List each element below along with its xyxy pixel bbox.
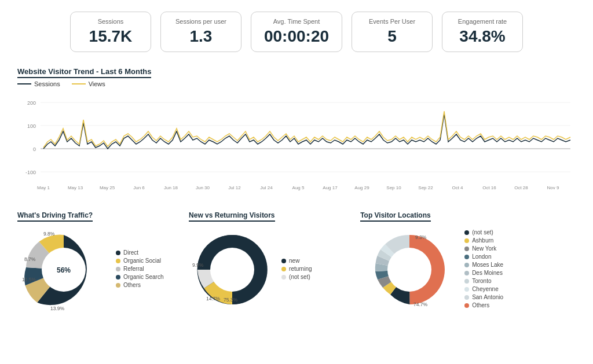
legend-desmoines: Des Moines <box>464 270 503 276</box>
kpi-events: Events Per User 5 <box>352 12 433 52</box>
svg-text:Sep 22: Sep 22 <box>418 185 433 190</box>
ashburn-label: Ashburn <box>472 237 493 244</box>
london-label: London <box>472 253 491 260</box>
referral-label: Referral <box>123 266 144 272</box>
svg-text:Jul 12: Jul 12 <box>228 185 241 190</box>
svg-text:Aug 17: Aug 17 <box>323 185 338 190</box>
kpi-sessions-per-user: Sessions per user 1.3 <box>160 12 241 52</box>
visitors-legend: new returning (not set) <box>281 258 312 282</box>
orgsearch-label: Organic Search <box>123 274 163 280</box>
visitors-label-new-bottom: 75.3% <box>224 297 238 303</box>
sessions-polyline <box>43 114 570 149</box>
newyork-dot <box>464 247 469 251</box>
svg-text:Oct 28: Oct 28 <box>514 185 528 190</box>
kpi-events-value: 5 <box>365 27 419 46</box>
cheyenne-label: Cheyenne <box>472 286 499 292</box>
visitors-donut-hole <box>210 248 254 292</box>
locations-legend: (not set) Ashburn New York London <box>464 229 503 310</box>
referral-dot <box>116 267 120 271</box>
desmoines-dot <box>464 271 469 275</box>
direct-dot <box>116 251 120 255</box>
notset-loc-label: (not set) <box>472 229 493 236</box>
notset-loc-dot <box>464 230 469 235</box>
kpi-sessions: Sessions 15.7K <box>70 12 151 52</box>
returning-label: returning <box>289 266 312 272</box>
moseslake-dot <box>464 263 469 267</box>
traffic-chart: What's Driving Traffic? <box>17 209 183 313</box>
sanantonio-dot <box>464 295 469 300</box>
legend-toronto: Toronto <box>464 278 503 284</box>
svg-text:Jun 18: Jun 18 <box>164 185 178 190</box>
kpi-avg-time: Avg. Time Spent 00:00:20 <box>251 12 342 52</box>
traffic-legend: Direct Organic Social Referral Organic S… <box>116 249 163 290</box>
kpi-avgtime-value: 00:00:20 <box>264 27 329 46</box>
cheyenne-dot <box>464 287 469 292</box>
svg-text:Jun 6: Jun 6 <box>133 185 145 190</box>
traffic-label-orgsearch: 11.5% <box>22 277 36 282</box>
visitors-donut-container: 14.7% 9.9% 75.3% new returning ( <box>189 226 354 313</box>
legend-direct: Direct <box>116 249 163 256</box>
london-dot <box>464 255 469 259</box>
legend-notset-visitors: (not set) <box>281 274 312 280</box>
traffic-donut-svg: 56% 13.9% 11.5% 8.7% 9.8% <box>17 226 110 313</box>
locations-title: Top Visitor Locations <box>360 211 431 222</box>
svg-text:Jun 30: Jun 30 <box>196 185 210 190</box>
notset-dot <box>281 275 286 280</box>
toronto-label: Toronto <box>472 278 491 284</box>
legend-views: Views <box>72 80 105 87</box>
newyork-label: New York <box>472 245 496 252</box>
kpi-spu-value: 1.3 <box>174 27 228 46</box>
legend-sessions: Sessions <box>17 80 60 87</box>
toronto-dot <box>464 279 469 284</box>
visitors-title: New vs Returning Visitors <box>189 211 274 222</box>
others-traffic-label: Others <box>123 282 141 288</box>
legend-london: London <box>464 253 503 260</box>
views-polyline <box>43 111 570 148</box>
bottom-row: What's Driving Traffic? <box>17 209 576 313</box>
traffic-title: What's Driving Traffic? <box>17 211 93 222</box>
kpi-sessions-label: Sessions <box>83 18 138 25</box>
legend-newyork: New York <box>464 245 503 252</box>
svg-text:Nov 9: Nov 9 <box>547 185 559 190</box>
legend-moseslake: Moses Lake <box>464 262 503 268</box>
kpi-spu-label: Sessions per user <box>174 18 228 25</box>
notset-label: (not set) <box>289 274 310 280</box>
svg-text:0: 0 <box>33 146 36 152</box>
legend-others-loc: Others <box>464 302 503 308</box>
moseslake-label: Moses Lake <box>472 262 503 268</box>
new-label: new <box>289 258 299 264</box>
legend-new: new <box>281 258 312 264</box>
svg-text:Aug 5: Aug 5 <box>292 185 305 190</box>
visitors-chart: New vs Returning Visitors <box>189 209 354 313</box>
legend-returning: returning <box>281 266 312 272</box>
loc-label-others: 74.7% <box>413 302 428 307</box>
legend-sessions-label: Sessions <box>34 80 60 87</box>
line-chart-svg: 200 100 0 -100 May 1 May 13 May 25 Jun 6… <box>17 91 573 198</box>
kpi-events-label: Events Per User <box>365 18 419 25</box>
others-traffic-dot <box>116 283 120 288</box>
locations-donut-container: 9.3% 74.7% (not set) Ashburn New York <box>360 226 576 313</box>
others-loc-dot <box>464 303 469 308</box>
legend-views-label: Views <box>89 80 105 87</box>
legend-organic-social: Organic Social <box>116 258 163 264</box>
traffic-label-orgsocial: 9.8% <box>43 231 55 237</box>
visitors-label-returning: 14.7% <box>206 296 221 302</box>
traffic-label-others: 13.9% <box>50 306 65 311</box>
sanantonio-label: San Antonio <box>472 294 503 300</box>
others-loc-label: Others <box>472 302 489 308</box>
traffic-label-referral: 8.7% <box>24 256 36 262</box>
sessions-line-icon <box>17 83 31 84</box>
line-chart-legend: Sessions Views <box>17 80 576 87</box>
line-chart-title: Website Visitor Trend - Last 6 Months <box>17 67 151 78</box>
visitors-donut-svg: 14.7% 9.9% 75.3% <box>189 226 276 313</box>
legend-cheyenne: Cheyenne <box>464 286 503 292</box>
direct-label: Direct <box>123 249 138 256</box>
svg-text:Aug 29: Aug 29 <box>354 185 369 190</box>
svg-text:Oct 16: Oct 16 <box>482 185 496 190</box>
views-line-icon <box>72 83 86 84</box>
legend-ashburn: Ashburn <box>464 237 503 244</box>
locations-chart: Top Visitor Locations <box>360 209 576 313</box>
svg-text:200: 200 <box>27 100 36 106</box>
svg-text:May 1: May 1 <box>37 185 50 190</box>
svg-text:Sep 10: Sep 10 <box>386 185 401 190</box>
